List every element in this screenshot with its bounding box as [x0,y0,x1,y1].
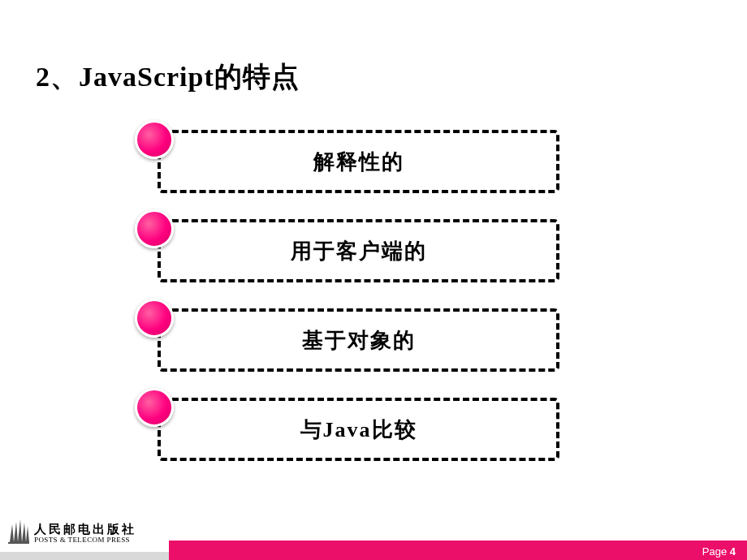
bullet-dot-icon [135,388,174,427]
feature-label: 解释性的 [313,148,404,176]
slide-title: 2、JavaScript的特点 [36,58,300,96]
feature-box: 基于对象的 [158,308,559,372]
feature-label: 与Java比较 [300,416,417,444]
list-item: 用于客户端的 [135,219,581,282]
bullet-dot-icon [135,209,174,248]
page-number: Page 4 [702,545,736,558]
feature-box: 与Java比较 [158,398,559,461]
page-number-value: 4 [730,545,736,558]
footer-gray-strip [0,552,169,560]
list-item: 基于对象的 [135,308,581,372]
footer-accent-strip: Page 4 [169,541,747,560]
feature-list: 解释性的 用于客户端的 基于对象的 与Java比较 [135,130,581,487]
list-item: 与Java比较 [135,398,581,461]
page-label: Page [702,545,730,558]
feature-box: 解释性的 [158,130,559,193]
slide: 2、JavaScript的特点 解释性的 用于客户端的 基于对象的 与Java比… [0,0,747,560]
feature-label: 基于对象的 [302,326,416,355]
feature-label: 用于客户端的 [291,237,427,265]
feature-box: 用于客户端的 [158,219,559,282]
list-item: 解释性的 [135,130,581,193]
bullet-dot-icon [135,299,174,338]
bullet-dot-icon [135,120,174,159]
footer-bar: Page 4 [0,532,747,560]
